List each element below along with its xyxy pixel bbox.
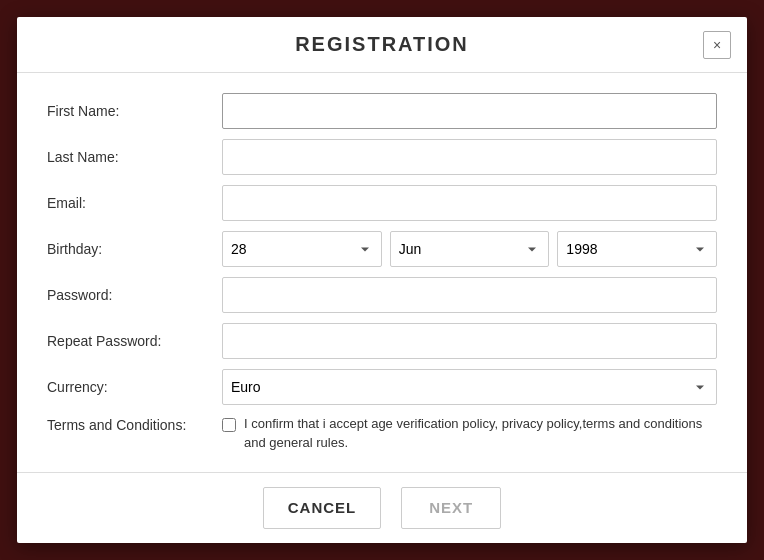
cancel-button[interactable]: CANCEL: [263, 487, 382, 529]
registration-modal: REGISTRATION × First Name: Last Name: Em…: [17, 17, 747, 542]
terms-text: I confirm that i accept age verification…: [244, 415, 717, 451]
email-label: Email:: [47, 195, 222, 211]
modal-footer: CANCEL NEXT: [17, 472, 747, 543]
birthday-month-select[interactable]: Jun: [390, 231, 550, 267]
close-button[interactable]: ×: [703, 31, 731, 59]
repeat-password-input[interactable]: [222, 323, 717, 359]
birthday-year-select[interactable]: 1998: [557, 231, 717, 267]
next-button[interactable]: NEXT: [401, 487, 501, 529]
modal-body: First Name: Last Name: Email: Birthday: …: [17, 73, 747, 471]
currency-select[interactable]: Euro USD GBP CAD AUD: [222, 369, 717, 405]
password-label: Password:: [47, 287, 222, 303]
modal-title: REGISTRATION: [295, 33, 469, 56]
first-name-label: First Name:: [47, 103, 222, 119]
terms-content: I confirm that i accept age verification…: [222, 415, 717, 451]
first-name-input[interactable]: [222, 93, 717, 129]
terms-label: Terms and Conditions:: [47, 415, 222, 433]
password-input[interactable]: [222, 277, 717, 313]
first-name-row: First Name:: [47, 93, 717, 129]
email-input[interactable]: [222, 185, 717, 221]
last-name-input[interactable]: [222, 139, 717, 175]
birthday-day-select[interactable]: 28: [222, 231, 382, 267]
last-name-row: Last Name:: [47, 139, 717, 175]
repeat-password-row: Repeat Password:: [47, 323, 717, 359]
last-name-label: Last Name:: [47, 149, 222, 165]
terms-row: Terms and Conditions: I confirm that i a…: [47, 415, 717, 451]
birthday-label: Birthday:: [47, 241, 222, 257]
modal-overlay: REGISTRATION × First Name: Last Name: Em…: [0, 0, 764, 560]
currency-row: Currency: Euro USD GBP CAD AUD: [47, 369, 717, 405]
modal-header: REGISTRATION ×: [17, 17, 747, 73]
birthday-row: Birthday: 28 Jun 1998: [47, 231, 717, 267]
currency-label: Currency:: [47, 379, 222, 395]
password-row: Password:: [47, 277, 717, 313]
birthday-group: 28 Jun 1998: [222, 231, 717, 267]
email-row: Email:: [47, 185, 717, 221]
terms-checkbox[interactable]: [222, 418, 236, 432]
repeat-password-label: Repeat Password:: [47, 333, 222, 349]
